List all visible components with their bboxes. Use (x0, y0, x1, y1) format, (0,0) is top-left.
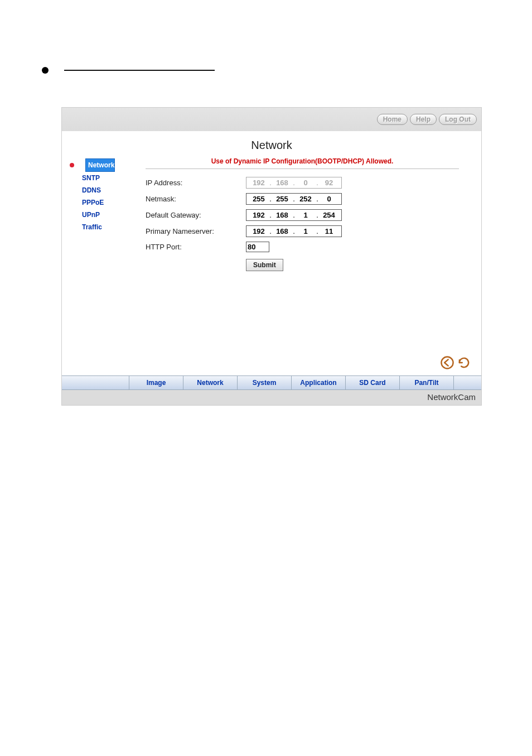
ip-octet-3[interactable] (296, 178, 316, 187)
tab-image[interactable]: Image (129, 376, 183, 389)
back-icon[interactable] (440, 355, 454, 370)
http-port-input[interactable] (246, 242, 269, 252)
form-area: Use of Dynamic IP Configuration(BOOTP/DH… (146, 156, 481, 271)
svg-point-0 (441, 357, 453, 368)
sidebar-item-pppoe[interactable]: PPPoE (80, 196, 146, 209)
sidebar-item-label: DDNS (82, 186, 101, 194)
submit-button[interactable]: Submit (246, 259, 283, 271)
bottom-tabs: Image Network System Application SD Card… (62, 375, 481, 390)
netmask-octet-1[interactable] (249, 194, 269, 204)
ip-octet-1[interactable] (249, 178, 269, 187)
ip-octet-2[interactable] (272, 178, 292, 187)
netmask-input[interactable]: . . . (246, 193, 342, 205)
refresh-icon[interactable] (457, 355, 471, 370)
top-bar: Home Help Log Out (62, 108, 481, 131)
sidebar-item-traffic[interactable]: Traffic (80, 221, 146, 233)
row-ip-address: IP Address: . . . (146, 177, 459, 189)
ip-octet-4[interactable] (319, 178, 339, 187)
ip-address-input[interactable]: . . . (246, 177, 342, 189)
sidebar-item-sntp[interactable]: SNTP (80, 172, 146, 184)
bullet-icon (42, 67, 49, 74)
section-heading-placeholder (42, 67, 532, 74)
page-title: Network (62, 139, 481, 152)
sidebar-item-label: Traffic (82, 223, 102, 231)
sidebar-item-label: SNTP (82, 174, 100, 182)
nameserver-octet-1[interactable] (249, 227, 269, 236)
sidebar-item-label: PPPoE (82, 199, 104, 206)
home-button[interactable]: Home (377, 114, 408, 125)
row-netmask: Netmask: . . . (146, 193, 459, 205)
active-indicator-icon (70, 163, 74, 167)
help-button[interactable]: Help (410, 114, 437, 125)
tab-application[interactable]: Application (292, 376, 346, 389)
content-area: Network Network SNTP DDNS (62, 131, 481, 375)
nav-icons (440, 355, 471, 370)
sidebar-item-ddns[interactable]: DDNS (80, 184, 146, 196)
sidebar-item-label: UPnP (82, 211, 100, 219)
app-window: Home Help Log Out Network Network SNTP (61, 107, 482, 406)
gateway-octet-2[interactable] (272, 210, 292, 220)
gateway-octet-3[interactable] (296, 210, 316, 220)
label-ip-address: IP Address: (146, 179, 246, 187)
logout-button[interactable]: Log Out (439, 114, 477, 125)
status-message: Use of Dynamic IP Configuration(BOOTP/DH… (146, 156, 459, 165)
nameserver-octet-2[interactable] (272, 227, 292, 236)
label-gateway: Default Gateway: (146, 211, 246, 219)
gateway-octet-1[interactable] (249, 210, 269, 220)
label-nameserver: Primary Nameserver: (146, 227, 246, 235)
row-http-port: HTTP Port: (146, 242, 459, 252)
gateway-input[interactable]: . . . (246, 209, 342, 221)
sidebar: Network SNTP DDNS PPPoE UPnP (62, 156, 146, 271)
gateway-octet-4[interactable] (319, 210, 339, 220)
tab-sd-card[interactable]: SD Card (346, 376, 400, 389)
row-gateway: Default Gateway: . . . (146, 209, 459, 221)
divider (146, 168, 459, 169)
tab-pan-tilt[interactable]: Pan/Tilt (400, 376, 454, 389)
heading-underline (64, 70, 215, 71)
label-netmask: Netmask: (146, 195, 246, 203)
sidebar-item-label: Network (88, 161, 114, 169)
nameserver-octet-3[interactable] (296, 227, 316, 236)
nameserver-octet-4[interactable] (319, 227, 339, 236)
row-nameserver: Primary Nameserver: . . . (146, 225, 459, 237)
sidebar-item-network[interactable]: Network (85, 158, 115, 172)
sidebar-item-upnp[interactable]: UPnP (80, 209, 146, 221)
tab-network[interactable]: Network (183, 376, 238, 389)
netmask-octet-2[interactable] (272, 194, 292, 204)
nameserver-input[interactable]: . . . (246, 225, 342, 237)
label-http-port: HTTP Port: (146, 243, 246, 251)
tab-system[interactable]: System (238, 376, 292, 389)
netmask-octet-4[interactable] (319, 194, 339, 204)
brand-label: NetworkCam (62, 390, 481, 405)
netmask-octet-3[interactable] (296, 194, 316, 204)
